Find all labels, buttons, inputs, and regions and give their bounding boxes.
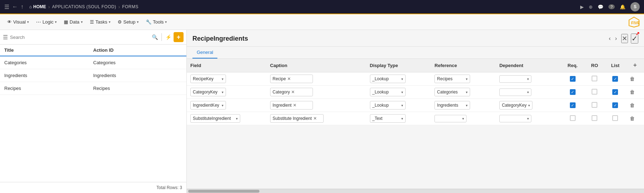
- req-checkbox-3[interactable]: [570, 115, 576, 121]
- displaytype-select-1[interactable]: _Lookup ▾: [370, 88, 406, 96]
- ro-checkbox-2[interactable]: [592, 102, 597, 108]
- reference-select-3[interactable]: ▾: [434, 115, 467, 122]
- tab-general[interactable]: General: [192, 47, 217, 59]
- close-button[interactable]: ✕: [621, 34, 628, 43]
- target-icon[interactable]: ⊕: [589, 4, 593, 10]
- play-icon[interactable]: ▶: [580, 4, 584, 10]
- help-icon[interactable]: ?: [608, 4, 615, 9]
- displaytype-cell-0: _Lookup ▾: [366, 72, 431, 86]
- toolbar-tools[interactable]: 🔧 Tools ▾: [143, 18, 170, 26]
- displaytype-select-0[interactable]: _Lookup ▾: [370, 75, 406, 83]
- visual-label: Visual: [13, 19, 26, 25]
- caption-field-1[interactable]: Category ✕: [270, 88, 313, 96]
- eye-icon: 👁: [7, 19, 12, 25]
- nav-prev-button[interactable]: ‹: [607, 35, 612, 42]
- toolbar-setup[interactable]: ⚙ Setup ▾: [115, 18, 141, 26]
- delete-button-1[interactable]: 🗑: [630, 89, 635, 95]
- total-rows-label: Total Rows: 3: [156, 185, 182, 190]
- setup-caret: ▾: [137, 20, 139, 24]
- ro-checkbox-0[interactable]: [592, 76, 597, 81]
- ro-cell-0: [584, 72, 604, 86]
- nav-next-button[interactable]: ›: [614, 35, 618, 42]
- req-checkbox-2[interactable]: [570, 102, 576, 108]
- chat-icon[interactable]: 💬: [598, 4, 603, 10]
- caption-value-3: Substitute Ingredient: [273, 116, 312, 121]
- bolt-icon[interactable]: ⚡: [165, 34, 171, 40]
- delete-button-2[interactable]: 🗑: [630, 102, 635, 108]
- th-add[interactable]: +: [626, 59, 644, 72]
- delete-button-0[interactable]: 🗑: [630, 76, 635, 82]
- home-icon[interactable]: ⌂ HOME: [29, 4, 46, 9]
- dependent-caret-1: ▾: [527, 90, 529, 94]
- caption-clear-3[interactable]: ✕: [313, 116, 317, 121]
- search-input[interactable]: [10, 35, 150, 40]
- menu-icon[interactable]: ☰: [4, 4, 9, 10]
- sidebar-menu-icon[interactable]: ☰: [3, 34, 8, 41]
- data-caret: ▾: [81, 20, 83, 24]
- tasks-caret: ▾: [109, 20, 110, 24]
- field-select-0[interactable]: RecipeKey ▾: [190, 75, 226, 83]
- scroll-thumb[interactable]: [188, 190, 259, 193]
- field-select-1[interactable]: CategoryKey ▾: [190, 88, 226, 96]
- reference-select-1[interactable]: Categories ▾: [434, 88, 470, 96]
- field-select-2[interactable]: IngredientKey ▾: [190, 101, 226, 110]
- toolbar-logic[interactable]: ⋯ Logic ▾: [33, 18, 60, 26]
- row-action-1: Ingredients: [93, 73, 182, 78]
- caption-clear-1[interactable]: ✕: [291, 90, 295, 95]
- displaytype-value-1: _Lookup: [372, 90, 389, 95]
- reference-select-2[interactable]: Ingredients ▾: [434, 101, 470, 110]
- displaytype-value-2: _Lookup: [372, 103, 389, 108]
- breadcrumb-forms[interactable]: FORMS: [122, 4, 139, 9]
- list-checkbox-1[interactable]: [612, 89, 618, 95]
- avatar[interactable]: S: [630, 2, 640, 11]
- caption-clear-0[interactable]: ✕: [287, 76, 291, 81]
- horizontal-scrollbar[interactable]: [187, 189, 644, 193]
- toolbar-tasks[interactable]: ☰ Tasks ▾: [87, 18, 113, 26]
- field-value-0: RecipeKey: [193, 76, 213, 81]
- dependent-select-2[interactable]: CategoryKey ▾: [499, 101, 532, 110]
- caption-field-0[interactable]: Recipe ✕: [270, 75, 313, 83]
- delete-button-3[interactable]: 🗑: [630, 116, 635, 121]
- req-checkbox-0[interactable]: [570, 76, 576, 82]
- toolbar-data[interactable]: ▦ Data ▾: [61, 18, 85, 26]
- dependent-select-0[interactable]: ▾: [499, 75, 531, 83]
- req-checkbox-1[interactable]: [570, 89, 576, 95]
- list-checkbox-0[interactable]: [612, 76, 618, 82]
- table-row[interactable]: Categories Categories: [0, 56, 186, 69]
- reference-caret-0: ▾: [466, 77, 468, 81]
- add-button[interactable]: +: [174, 32, 184, 42]
- displaytype-select-3[interactable]: _Text ▾: [370, 114, 406, 123]
- th-caption: Caption: [267, 59, 366, 72]
- add-row-button[interactable]: +: [633, 62, 637, 69]
- displaytype-select-2[interactable]: _Lookup ▾: [370, 101, 406, 110]
- caption-field-2[interactable]: Ingredient ✕: [270, 101, 313, 110]
- displaytype-caret-3: ▾: [401, 117, 403, 121]
- delete-cell-3: 🗑: [626, 112, 644, 125]
- th-dependent: Dependent: [496, 59, 561, 72]
- dependent-select-1[interactable]: ▾: [499, 88, 531, 96]
- ro-checkbox-1[interactable]: [592, 89, 597, 95]
- dependent-cell-1: ▾: [496, 86, 561, 99]
- list-checkbox-2[interactable]: [612, 102, 618, 108]
- bell-icon[interactable]: 🔔: [620, 4, 625, 10]
- caption-clear-2[interactable]: ✕: [293, 103, 297, 108]
- field-cell-0: RecipeKey ▾: [187, 72, 267, 86]
- search-icon[interactable]: 🔍: [152, 34, 158, 40]
- field-select-3[interactable]: SubstituteIngredient ▾: [190, 114, 240, 123]
- reference-select-0[interactable]: Recipes ▾: [434, 75, 470, 83]
- tools-label: Tools: [153, 19, 164, 25]
- th-reference: Reference: [431, 59, 496, 72]
- breadcrumb-app[interactable]: APPLICATIONS (SOUL FOOD): [52, 4, 116, 9]
- table-row[interactable]: Recipes Recipes: [0, 82, 186, 95]
- back-icon[interactable]: ←: [12, 4, 18, 10]
- up-icon[interactable]: ↑: [21, 4, 24, 10]
- top-nav: ☰ ← ↑ ⌂ HOME › APPLICATIONS (SOUL FOOD) …: [0, 0, 644, 14]
- table-row[interactable]: Ingredients Ingredients: [0, 69, 186, 82]
- list-checkbox-3[interactable]: [612, 115, 618, 121]
- toolbar-visual[interactable]: 👁 Visual ▾: [4, 18, 32, 26]
- dependent-select-3[interactable]: ▾: [499, 115, 531, 122]
- caption-field-3[interactable]: Substitute Ingredient ✕: [270, 114, 324, 123]
- ro-cell-3: [584, 112, 604, 125]
- ro-checkbox-3[interactable]: [592, 115, 597, 121]
- displaytype-caret-2: ▾: [401, 103, 403, 107]
